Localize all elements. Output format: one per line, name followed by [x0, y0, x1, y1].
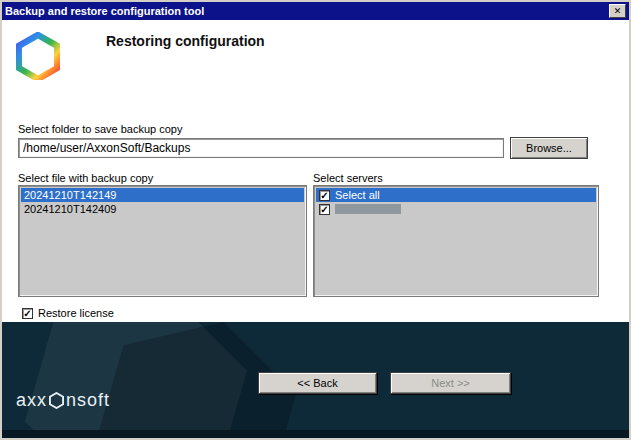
browse-button[interactable]: Browse... — [510, 137, 588, 159]
restore-license-checkbox[interactable]: ✓ — [22, 308, 33, 319]
select-all-checkbox[interactable]: ✓ — [319, 190, 330, 201]
servers-listbox[interactable]: ✓ Select all ✓ — [313, 185, 599, 297]
back-button[interactable]: << Back — [258, 372, 377, 394]
page-title: Restoring configuration — [106, 33, 265, 49]
select-all-item[interactable]: ✓ Select all — [316, 188, 596, 202]
app-window: Backup and restore configuration tool ✕ — [0, 0, 631, 440]
restore-license-label: Restore license — [38, 307, 114, 319]
servers-list-label: Select servers — [313, 172, 383, 184]
backup-list-label: Select file with backup copy — [18, 172, 153, 184]
restore-license-row[interactable]: ✓ Restore license — [22, 307, 114, 319]
titlebar[interactable]: Backup and restore configuration tool ✕ — [2, 2, 629, 20]
footer-panel: << Back Next >> axx nsoft — [2, 322, 629, 438]
backup-item-label: 20241210T142149 — [24, 188, 116, 202]
backup-item[interactable]: 20241210T142149 — [21, 188, 304, 202]
brand-suffix: nsoft — [66, 390, 110, 411]
server-checkbox[interactable]: ✓ — [319, 204, 330, 215]
axxonsoft-wordmark: axx nsoft — [16, 390, 110, 411]
axxonsoft-hexagon-logo — [16, 32, 60, 84]
backup-file-listbox[interactable]: 20241210T142149 20241210T142409 — [18, 185, 307, 297]
window-title: Backup and restore configuration tool — [5, 2, 609, 20]
brand-prefix: axx — [16, 390, 47, 411]
brand-hexagon-icon — [49, 392, 64, 409]
main-panel: Restoring configuration Select folder to… — [2, 20, 629, 322]
server-name-redacted — [335, 204, 401, 214]
footer-bottom-strip — [2, 430, 629, 438]
folder-path-input[interactable] — [18, 138, 504, 158]
backup-item-label: 20241210T142409 — [24, 202, 116, 216]
server-item[interactable]: ✓ — [316, 202, 596, 216]
backup-item[interactable]: 20241210T142409 — [21, 202, 304, 216]
folder-label: Select folder to save backup copy — [18, 123, 182, 135]
next-button[interactable]: Next >> — [390, 372, 511, 394]
select-all-label: Select all — [335, 188, 380, 202]
close-icon[interactable]: ✕ — [609, 4, 626, 18]
